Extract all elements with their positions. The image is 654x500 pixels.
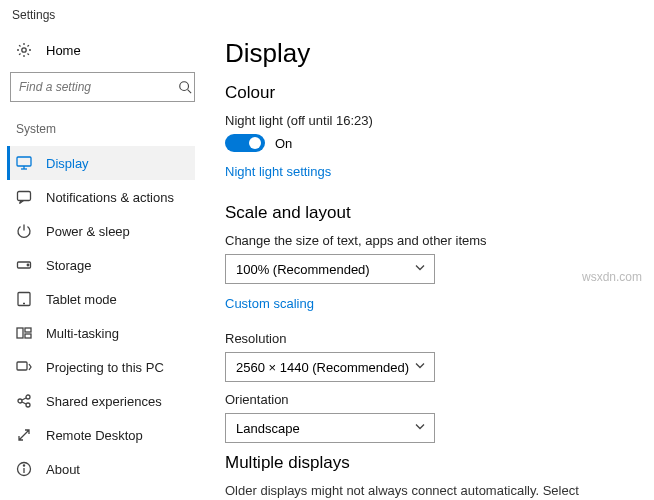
multiple-help-text: Older displays might not always connect … [225, 483, 595, 500]
monitor-icon [16, 155, 32, 171]
sidebar-item-about[interactable]: About [10, 452, 195, 486]
svg-point-1 [180, 82, 189, 91]
scale-select[interactable]: 100% (Recommended) [225, 254, 435, 284]
night-light-label: Night light (off until 16:23) [225, 113, 634, 128]
window-title: Settings [0, 0, 654, 30]
svg-rect-3 [17, 157, 31, 166]
multitask-icon [16, 325, 32, 341]
svg-line-2 [188, 90, 192, 94]
home-button[interactable]: Home [10, 34, 195, 66]
sidebar-item-label: Projecting to this PC [46, 360, 164, 375]
svg-point-0 [22, 48, 26, 52]
resolution-label: Resolution [225, 331, 634, 346]
section-scale: Scale and layout [225, 203, 634, 223]
gear-icon [16, 42, 32, 58]
tablet-icon [16, 291, 32, 307]
main-content: Display Colour Night light (off until 16… [205, 30, 654, 500]
sidebar-item-projecting[interactable]: Projecting to this PC [10, 350, 195, 384]
projecting-icon [16, 359, 32, 375]
chevron-down-icon [414, 421, 426, 436]
svg-rect-14 [17, 362, 27, 370]
sidebar-item-label: Multi-tasking [46, 326, 119, 341]
search-input[interactable] [10, 72, 195, 102]
svg-point-17 [26, 403, 30, 407]
chevron-down-icon [414, 262, 426, 277]
sidebar-item-label: Power & sleep [46, 224, 130, 239]
svg-point-15 [18, 399, 22, 403]
orientation-label: Orientation [225, 392, 634, 407]
svg-line-19 [22, 402, 26, 404]
section-multiple: Multiple displays [225, 453, 634, 473]
svg-rect-13 [25, 334, 31, 338]
sidebar-item-tablet[interactable]: Tablet mode [10, 282, 195, 316]
svg-point-22 [23, 465, 24, 466]
sidebar-item-label: Shared experiences [46, 394, 162, 409]
night-light-toggle[interactable] [225, 134, 265, 152]
svg-point-8 [27, 264, 29, 266]
sidebar-item-label: Storage [46, 258, 92, 273]
svg-rect-6 [18, 192, 31, 201]
sidebar-item-remote[interactable]: Remote Desktop [10, 418, 195, 452]
info-icon [16, 461, 32, 477]
sidebar-item-label: Notifications & actions [46, 190, 174, 205]
sidebar-item-multitasking[interactable]: Multi-tasking [10, 316, 195, 350]
sidebar-item-label: About [46, 462, 80, 477]
category-label: System [10, 118, 195, 140]
scale-value: 100% (Recommended) [236, 262, 370, 277]
toggle-state-label: On [275, 136, 292, 151]
sidebar-item-label: Remote Desktop [46, 428, 143, 443]
size-label: Change the size of text, apps and other … [225, 233, 634, 248]
sidebar-item-shared[interactable]: Shared experiences [10, 384, 195, 418]
section-colour: Colour [225, 83, 634, 103]
remote-icon [16, 427, 32, 443]
storage-icon [16, 257, 32, 273]
search-icon [178, 80, 192, 94]
chat-icon [16, 189, 32, 205]
svg-line-18 [22, 398, 26, 400]
sidebar-item-display[interactable]: Display [7, 146, 195, 180]
sidebar: Home System Display Notifications & [0, 30, 205, 500]
sidebar-item-notifications[interactable]: Notifications & actions [10, 180, 195, 214]
custom-scaling-link[interactable]: Custom scaling [225, 296, 314, 311]
sidebar-item-storage[interactable]: Storage [10, 248, 195, 282]
night-light-settings-link[interactable]: Night light settings [225, 164, 331, 179]
sidebar-item-label: Display [46, 156, 89, 171]
orientation-value: Landscape [236, 421, 300, 436]
orientation-select[interactable]: Landscape [225, 413, 435, 443]
resolution-select[interactable]: 2560 × 1440 (Recommended) [225, 352, 435, 382]
resolution-value: 2560 × 1440 (Recommended) [236, 360, 409, 375]
chevron-down-icon [414, 360, 426, 375]
search-field[interactable] [11, 80, 178, 94]
svg-rect-12 [25, 328, 31, 332]
share-icon [16, 393, 32, 409]
power-icon [16, 223, 32, 239]
page-title: Display [225, 38, 634, 69]
svg-point-16 [26, 395, 30, 399]
home-label: Home [46, 43, 81, 58]
sidebar-item-label: Tablet mode [46, 292, 117, 307]
sidebar-item-power[interactable]: Power & sleep [10, 214, 195, 248]
svg-rect-11 [17, 328, 23, 338]
